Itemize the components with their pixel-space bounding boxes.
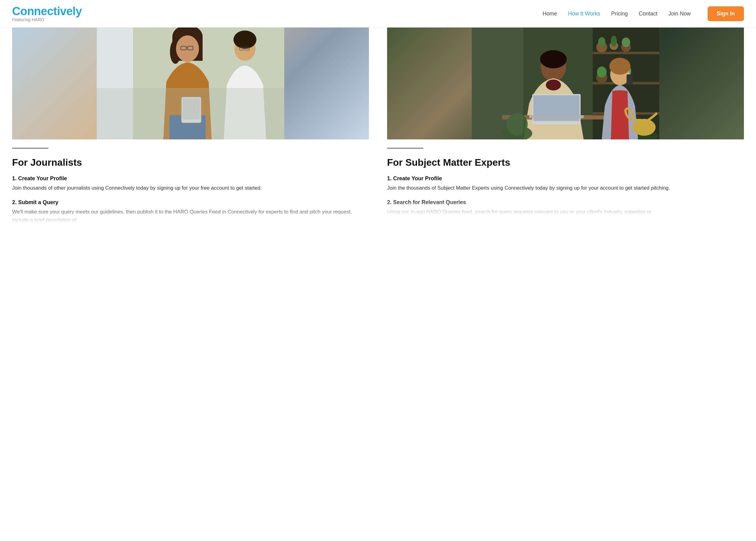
brand-subtitle: Featuring HARO — [12, 18, 82, 22]
sme-step1-body: Join the thousands of Subject Matter Exp… — [387, 184, 744, 192]
svg-point-36 — [546, 80, 561, 90]
svg-rect-17 — [97, 88, 284, 139]
sme-image — [387, 28, 744, 139]
svg-point-35 — [540, 50, 567, 68]
svg-point-30 — [597, 67, 606, 77]
journalists-steps: 1. Create Your Profile Join thousands of… — [12, 176, 369, 224]
svg-rect-46 — [626, 74, 633, 85]
svg-rect-49 — [472, 28, 523, 139]
journalists-column: For Journalists 1. Create Your Profile J… — [0, 28, 378, 250]
site-header: Connectively Featuring HARO Home How It … — [0, 0, 756, 28]
sme-step2-body: Using our in-app HARO Queries feed, sear… — [387, 208, 744, 216]
svg-point-24 — [598, 37, 605, 46]
logo: Connectively Featuring HARO — [12, 5, 82, 22]
sme-step2-heading: 2. Search for Relevant Queries — [387, 199, 744, 206]
nav-how-it-works[interactable]: How It Works — [568, 11, 600, 17]
journalists-image — [12, 28, 369, 139]
sme-divider — [387, 148, 423, 149]
svg-rect-40 — [529, 115, 583, 118]
signin-button[interactable]: Sign In — [708, 6, 744, 21]
sme-column: For Subject Matter Experts 1. Create You… — [378, 28, 756, 250]
journalists-step2-heading: 2. Submit a Query — [12, 199, 369, 206]
sme-step1-heading: 1. Create Your Profile — [387, 176, 744, 182]
main-nav: Home How It Works Pricing Contact Join N… — [543, 6, 744, 21]
nav-contact[interactable]: Contact — [639, 11, 657, 17]
svg-point-28 — [622, 38, 630, 47]
svg-point-14 — [233, 31, 256, 49]
svg-rect-48 — [635, 119, 641, 127]
journalists-divider — [12, 148, 48, 149]
svg-point-45 — [609, 58, 630, 75]
journalists-title: For Journalists — [12, 157, 369, 168]
brand-name: Connectively — [12, 5, 82, 17]
nav-pricing[interactable]: Pricing — [611, 11, 628, 17]
svg-point-26 — [611, 36, 617, 47]
nav-home[interactable]: Home — [543, 11, 557, 17]
journalists-step1-heading: 1. Create Your Profile — [12, 176, 369, 182]
journalists-step2-body: We'll make sure your query meets our gui… — [12, 208, 369, 224]
sme-title: For Subject Matter Experts — [387, 157, 744, 168]
sme-steps: 1. Create Your Profile Join the thousand… — [387, 176, 744, 216]
page-content: For Journalists 1. Create Your Profile J… — [0, 28, 756, 250]
journalists-step1-body: Join thousands of other journalists usin… — [12, 184, 369, 192]
nav-join-now[interactable]: Join Now — [668, 11, 691, 17]
